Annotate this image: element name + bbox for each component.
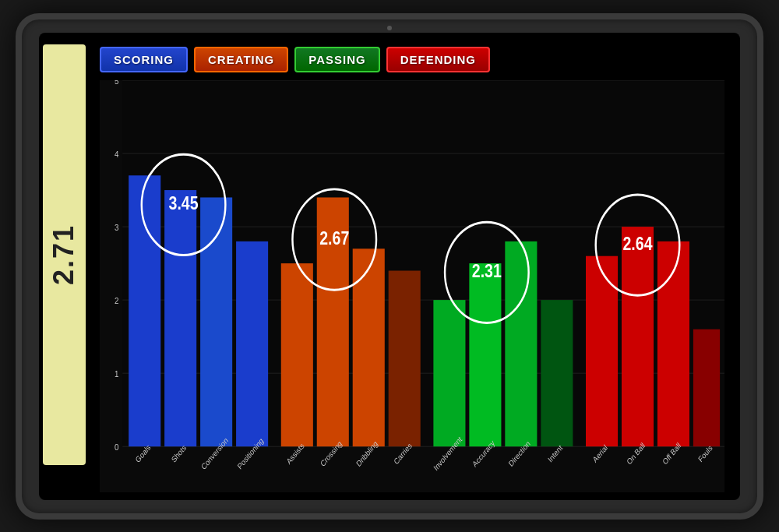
- overall-score: 2.71: [48, 224, 81, 284]
- bar-onball: [622, 227, 654, 446]
- svg-text:1: 1: [115, 368, 118, 379]
- defending-circle-value: 2.64: [622, 233, 652, 254]
- svg-text:4: 4: [115, 148, 118, 158]
- bar-goals: [129, 175, 160, 446]
- chart-svg: 5 4 3 2 1 0: [100, 80, 724, 492]
- svg-text:0: 0: [115, 442, 118, 452]
- bar-fouls: [693, 329, 720, 446]
- legend-defending[interactable]: DEFENDING: [386, 47, 490, 72]
- screen: 2.71 SCORING CREATING PASSING DEFENDING: [39, 33, 740, 500]
- legend-scoring[interactable]: SCORING: [100, 47, 188, 72]
- graph-wrapper: 5 4 3 2 1 0: [92, 80, 732, 492]
- bar-assists: [281, 263, 313, 446]
- legend: SCORING CREATING PASSING DEFENDING: [92, 41, 732, 80]
- svg-text:5: 5: [115, 80, 118, 86]
- creating-circle-value: 2.67: [319, 227, 349, 248]
- svg-text:3: 3: [115, 221, 118, 231]
- bar-direction: [505, 241, 537, 446]
- side-label: 2.71: [43, 44, 86, 465]
- scoring-circle-value: 3.45: [169, 192, 199, 213]
- legend-passing[interactable]: PASSING: [294, 47, 379, 72]
- chart-container: SCORING CREATING PASSING DEFENDING: [92, 41, 732, 492]
- legend-creating[interactable]: CREATING: [194, 47, 288, 72]
- bar-accuracy: [469, 263, 501, 446]
- chart-area: 2.71 SCORING CREATING PASSING DEFENDING: [39, 33, 740, 500]
- bar-dribbling: [353, 248, 385, 446]
- passing-circle-value: 2.31: [472, 260, 502, 281]
- bar-carries: [389, 270, 421, 446]
- svg-text:2: 2: [115, 294, 118, 305]
- tablet: 2.71 SCORING CREATING PASSING DEFENDING: [16, 13, 763, 520]
- bar-involvement: [433, 300, 465, 446]
- bar-positioning: [236, 241, 268, 446]
- bar-intent: [541, 300, 573, 446]
- bar-shots: [164, 190, 196, 446]
